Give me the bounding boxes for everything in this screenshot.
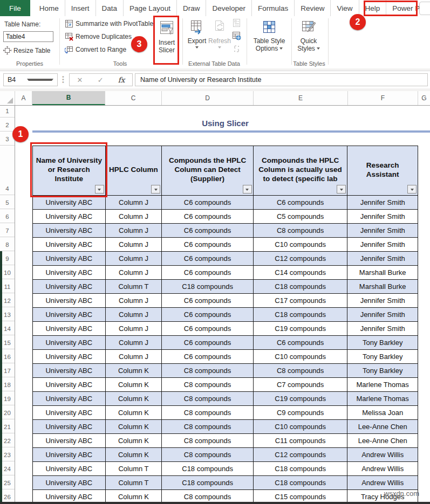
- table-cell[interactable]: C6 compounds: [254, 196, 348, 210]
- table-cell[interactable]: University ABC: [33, 336, 106, 350]
- row-header[interactable]: 16: [0, 349, 15, 363]
- table-cell[interactable]: University ABC: [33, 350, 106, 364]
- tab-insert[interactable]: Insert: [65, 0, 96, 16]
- row-header[interactable]: 18: [0, 377, 15, 391]
- row-header[interactable]: 13: [0, 307, 15, 321]
- row-header[interactable]: 24: [0, 461, 15, 475]
- table-cell[interactable]: Column K: [106, 406, 162, 420]
- refresh-button[interactable]: Refresh: [208, 19, 231, 49]
- table-cell[interactable]: C18 compounds: [162, 476, 254, 490]
- table-cell[interactable]: Tony Barkley: [347, 336, 418, 350]
- table-cell[interactable]: Marshall Burke: [347, 280, 418, 294]
- tab-view[interactable]: View: [331, 0, 359, 16]
- column-header-f[interactable]: F: [348, 91, 418, 105]
- table-cell[interactable]: C8 compounds: [162, 434, 254, 448]
- table-cell[interactable]: University ABC: [33, 378, 106, 392]
- table-cell[interactable]: University ABC: [33, 420, 106, 434]
- export-button[interactable]: Export: [186, 19, 208, 49]
- table-cell[interactable]: C10 compounds: [254, 420, 348, 434]
- table-cell[interactable]: Column J: [106, 252, 162, 266]
- name-box-chevron[interactable]: [27, 79, 53, 81]
- table-cell[interactable]: C6 compounds: [162, 210, 254, 224]
- row-header[interactable]: 14: [0, 321, 15, 335]
- table-cell[interactable]: C6 compounds: [162, 266, 254, 280]
- table-cell[interactable]: Column J: [106, 294, 162, 308]
- table-cell[interactable]: C6 compounds: [162, 308, 254, 322]
- table-cell[interactable]: University ABC: [33, 476, 106, 490]
- table-cell[interactable]: C18 compounds: [162, 462, 254, 476]
- column-header-b[interactable]: B: [32, 91, 105, 105]
- table-cell[interactable]: Column K: [106, 378, 162, 392]
- table-cell[interactable]: Column J: [106, 350, 162, 364]
- table-cell[interactable]: Column T: [106, 280, 162, 294]
- table-cell[interactable]: University ABC: [33, 448, 106, 462]
- unlink-button[interactable]: [232, 44, 241, 53]
- formula-input[interactable]: Name of University or Research Institute: [135, 73, 428, 86]
- table-cell[interactable]: C8 compounds: [162, 448, 254, 462]
- table-cell[interactable]: C18 compounds: [162, 280, 254, 294]
- table-cell[interactable]: C18 compounds: [254, 462, 348, 476]
- table-cell[interactable]: University ABC: [33, 462, 106, 476]
- table-cell[interactable]: Jennifer Smith: [347, 210, 418, 224]
- table-cell[interactable]: C18 compounds: [254, 476, 348, 490]
- column-header-e[interactable]: E: [254, 91, 348, 105]
- quick-styles-chevron[interactable]: [317, 47, 320, 50]
- table-cell[interactable]: Column J: [106, 210, 162, 224]
- table-cell[interactable]: C6 compounds: [162, 336, 254, 350]
- table-cell[interactable]: Jennifer Smith: [347, 224, 418, 238]
- table-cell[interactable]: Column J: [106, 308, 162, 322]
- column-header-g[interactable]: G: [418, 91, 430, 105]
- table-cell[interactable]: Column K: [106, 420, 162, 434]
- filter-dropdown-icon[interactable]: [407, 185, 417, 194]
- table-cell[interactable]: C5 compounds: [254, 210, 348, 224]
- row-header[interactable]: 1: [0, 106, 15, 118]
- table-cell[interactable]: Tony Barkley: [347, 350, 418, 364]
- table-cell[interactable]: Jennifer Smith: [347, 294, 418, 308]
- tab-developer[interactable]: Developer: [206, 0, 252, 16]
- enter-icon[interactable]: ✓: [98, 76, 104, 84]
- table-cell[interactable]: Lee-Anne Chen: [347, 434, 418, 448]
- table-cell[interactable]: Column J: [106, 224, 162, 238]
- table-cell[interactable]: Marlene Thomas: [347, 392, 418, 406]
- remove-duplicates-button[interactable]: Remove Duplicates: [65, 32, 132, 41]
- table-cell[interactable]: Marshall Burke: [347, 266, 418, 280]
- table-cell[interactable]: Andrew Willis: [347, 476, 418, 490]
- column-header-a[interactable]: A: [15, 91, 32, 105]
- table-cell[interactable]: C6 compounds: [162, 238, 254, 252]
- table-style-options-button[interactable]: Table Style Options: [251, 19, 287, 52]
- table-cell[interactable]: C17 compounds: [254, 294, 348, 308]
- row-header[interactable]: 5: [0, 195, 15, 209]
- insert-function-icon[interactable]: fx: [118, 75, 125, 84]
- table-cell[interactable]: Marlene Thomas: [347, 378, 418, 392]
- table-cell[interactable]: C6 compounds: [162, 350, 254, 364]
- table-cell[interactable]: C11 compounds: [254, 434, 348, 448]
- name-box[interactable]: B4: [3, 73, 58, 86]
- table-cell[interactable]: Jennifer Smith: [347, 238, 418, 252]
- filter-dropdown-icon[interactable]: [243, 185, 252, 194]
- table-header-cell[interactable]: Research Assistant: [347, 146, 418, 196]
- table-cell[interactable]: University ABC: [33, 434, 106, 448]
- row-header[interactable]: 20: [0, 405, 15, 419]
- table-cell[interactable]: C6 compounds: [254, 336, 348, 350]
- table-cell[interactable]: C8 compounds: [162, 364, 254, 378]
- summarize-pivottable-button[interactable]: Summarize with PivotTable: [65, 19, 153, 28]
- row-header[interactable]: 10: [0, 265, 15, 279]
- table-cell[interactable]: C19 compounds: [254, 322, 348, 336]
- tab-page-layout[interactable]: Page Layout: [124, 0, 177, 16]
- row-header[interactable]: 23: [0, 447, 15, 461]
- row-header[interactable]: 11: [0, 279, 15, 293]
- row-header[interactable]: 25: [0, 475, 15, 489]
- select-all-corner[interactable]: [0, 91, 15, 105]
- table-cell[interactable]: Jennifer Smith: [347, 196, 418, 210]
- table-cell[interactable]: University ABC: [33, 308, 106, 322]
- row-header[interactable]: 8: [0, 237, 15, 251]
- table-cell[interactable]: University ABC: [33, 364, 106, 378]
- quick-styles-button[interactable]: Quick Styles: [295, 19, 323, 52]
- table-cell[interactable]: C6 compounds: [162, 224, 254, 238]
- table-cell[interactable]: Column K: [106, 448, 162, 462]
- table-header-cell[interactable]: Compounds the HPLC Column can Detect (Su…: [162, 146, 254, 196]
- table-cell[interactable]: Jennifer Smith: [347, 308, 418, 322]
- table-cell[interactable]: C9 compounds: [254, 406, 348, 420]
- cancel-icon[interactable]: ✕: [77, 76, 83, 84]
- column-header-c[interactable]: C: [105, 91, 162, 105]
